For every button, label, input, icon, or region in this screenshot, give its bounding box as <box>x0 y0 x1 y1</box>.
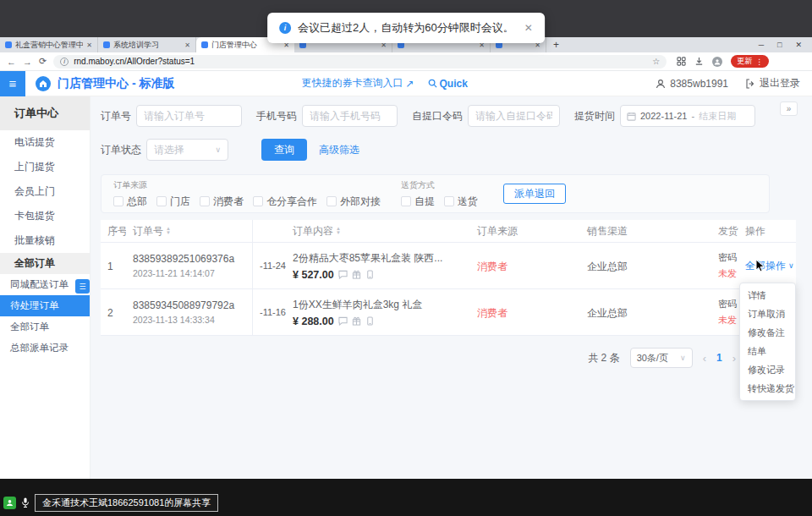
reload-icon[interactable]: ⟳ <box>39 56 47 67</box>
user-account[interactable]: 8385wb1991 <box>656 78 728 90</box>
sidebar-item-hq-dispatch-records[interactable]: 总部派单记录 <box>0 338 90 359</box>
phone-label: 手机号码 <box>256 109 297 124</box>
pagination-next-button[interactable]: › <box>732 352 736 365</box>
microphone-icon[interactable] <box>21 496 30 511</box>
sidebar-toggle-button[interactable]: ≡ <box>0 71 25 96</box>
browser-tab[interactable]: 礼盒营销中心管理中心 ✕ <box>0 37 98 52</box>
phone-input[interactable] <box>302 105 398 127</box>
tab-close-icon[interactable]: ✕ <box>184 41 190 49</box>
order-source-group: 订单来源 总部 门店 消费者 仓分享合作 外部对接 <box>113 179 381 209</box>
price-line: ¥ 527.00 <box>293 269 470 281</box>
checkbox-hq[interactable]: 总部 <box>113 195 147 209</box>
dispatch-return-button[interactable]: 派单退回 <box>503 184 566 204</box>
coupon-query-entry-link[interactable]: 更快捷的券卡查询入口 ↗ <box>301 76 414 91</box>
sidebar-mini-list-button[interactable]: ☰ <box>75 279 90 294</box>
date-range-picker[interactable]: 2022-11-21 - 结束日期 <box>620 105 755 127</box>
info-icon: i <box>279 22 291 34</box>
pagination-prev-button[interactable]: ‹ <box>703 352 706 365</box>
checkbox-external[interactable]: 外部对接 <box>326 195 381 209</box>
forward-icon[interactable]: → <box>23 57 32 67</box>
window-maximize-button[interactable]: □ <box>777 41 782 49</box>
panel-collapse-button[interactable]: » <box>780 102 798 116</box>
site-info-icon[interactable]: i <box>60 58 69 66</box>
menu-item-switch-express[interactable]: 转快递发货 <box>740 379 795 398</box>
quick-search-link[interactable]: Quick <box>428 78 468 90</box>
checkbox-label: 门店 <box>170 195 190 209</box>
checkbox-store[interactable]: 门店 <box>156 195 190 209</box>
menu-item-edit-remark[interactable]: 修改备注 <box>740 323 795 342</box>
page-size-select[interactable]: 30条/页 ∨ <box>630 348 693 368</box>
logout-button[interactable]: 退出登录 <box>745 76 800 91</box>
tab-close-icon[interactable]: ✕ <box>86 41 92 49</box>
url-bar[interactable]: i rnd.maboy.cn/AllOrder?status=1 ☆ <box>53 55 667 69</box>
menu-item-edit-records[interactable]: 修改记录 <box>740 360 795 379</box>
sidebar-item-card-pickup[interactable]: 卡包提货 <box>0 204 90 228</box>
pickup-code-input[interactable] <box>468 105 560 127</box>
sidebar-group-all-orders[interactable]: 全部订单 <box>0 253 90 274</box>
checkbox-icon <box>156 196 167 206</box>
message-icon[interactable] <box>338 316 348 326</box>
hamburger-icon: ≡ <box>9 76 17 91</box>
menu-item-close-order[interactable]: 结单 <box>740 342 795 360</box>
checkbox-label: 自提 <box>414 195 435 209</box>
sidebar-item-door-pickup[interactable]: 上门提货 <box>0 155 90 179</box>
pagination-page-1[interactable]: 1 <box>716 352 722 364</box>
sidebar-item-pending-orders[interactable]: 待处理订单 <box>0 295 90 316</box>
order-price: ¥ 527.00 <box>293 269 334 281</box>
date-start-value[interactable]: 2022-11-21 <box>640 111 687 121</box>
ship-line2: 未发 <box>718 314 738 327</box>
browser-tab[interactable]: 系统培训学习 ✕ <box>98 37 196 52</box>
url-text[interactable]: rnd.maboy.cn/AllOrder?status=1 <box>74 57 647 66</box>
bookmark-star-icon[interactable]: ☆ <box>652 57 660 66</box>
browser-menu-icon[interactable]: ⋮ <box>755 58 763 66</box>
browser-profile-avatar[interactable] <box>712 57 722 67</box>
checkbox-consumer[interactable]: 消费者 <box>200 195 244 209</box>
menu-item-cancel-order[interactable]: 订单取消 <box>740 305 795 323</box>
sidebar-item-phone-pickup[interactable]: 电话提货 <box>0 130 90 155</box>
chevron-down-icon: ∨ <box>788 261 794 270</box>
sidebar-item-all-orders[interactable]: 全部订单 <box>0 316 90 338</box>
sidebar-section-order-center[interactable]: 订单中心 <box>0 96 90 130</box>
sort-icon[interactable]: ▲▼ <box>336 227 341 235</box>
checkbox-warehouse-share[interactable]: 仓分享合作 <box>253 195 317 209</box>
phone-icon[interactable] <box>365 316 375 326</box>
gift-icon[interactable] <box>352 316 361 326</box>
gift-icon[interactable] <box>352 270 361 279</box>
addressbar-icons: 更新 ⋮ <box>677 54 769 69</box>
download-icon[interactable] <box>694 54 704 69</box>
main-content: » 订单号 手机号码 自提口令码 提货时间 2022-11-21 - <box>91 96 812 479</box>
search-button[interactable]: 查询 <box>261 139 307 161</box>
extensions-icon[interactable] <box>677 54 686 69</box>
back-icon[interactable]: ← <box>7 57 16 67</box>
phone-icon[interactable] <box>365 270 375 279</box>
checkbox-delivery[interactable]: 送货 <box>444 195 478 209</box>
checkbox-self-pickup[interactable]: 自提 <box>401 195 435 209</box>
external-link-icon: ↗ <box>405 78 414 90</box>
order-no-input[interactable] <box>136 105 242 127</box>
menu-item-details[interactable]: 详情 <box>740 286 795 305</box>
order-number[interactable]: 83859389251069376a <box>133 253 252 265</box>
sidebar-item-member-visit[interactable]: 会员上门 <box>0 179 90 204</box>
header-order-content[interactable]: 订单内容▲▼ <box>286 224 470 239</box>
order-source-label: 订单来源 <box>113 179 381 191</box>
chevron-down-icon: ∨ <box>680 354 686 362</box>
pickup-date-fragment: -11-16 <box>260 307 286 317</box>
sidebar-item-batch-verify[interactable]: 批量核销 <box>0 228 90 253</box>
window-minimize-button[interactable]: ─ <box>759 41 764 49</box>
filter-order-status: 订单状态 请选择 ∨ <box>101 139 228 161</box>
header-order-no[interactable]: 订单号▲▼ <box>126 224 252 239</box>
sort-icon[interactable]: ▲▼ <box>166 227 171 235</box>
date-end-placeholder[interactable]: 结束日期 <box>699 110 736 123</box>
pagination: 共 2 条 30条/页 ∨ ‹ 1 › <box>101 348 797 368</box>
new-tab-button[interactable]: + <box>553 39 559 51</box>
toast-close-icon[interactable]: ✕ <box>524 22 533 34</box>
browser-update-button[interactable]: 更新 ⋮ <box>731 55 769 68</box>
order-status-select[interactable]: 请选择 ∨ <box>146 139 228 161</box>
advanced-filter-link[interactable]: 高级筛选 <box>319 143 359 157</box>
order-source-badge: 消费者 <box>477 307 508 319</box>
order-number[interactable]: 83859345088979792a <box>133 299 252 311</box>
checkbox-icon <box>200 196 210 206</box>
window-close-button[interactable]: ✕ <box>795 41 802 49</box>
all-actions-dropdown[interactable]: 全部操作 ∨ <box>745 259 796 273</box>
message-icon[interactable] <box>338 270 348 279</box>
